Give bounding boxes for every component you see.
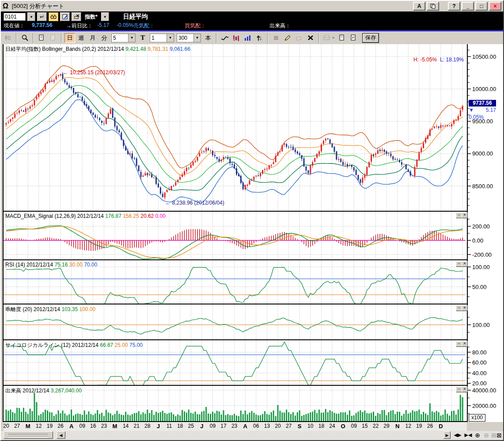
paste-page-button[interactable] [48, 33, 58, 43]
draw-tool-button[interactable] [282, 33, 293, 43]
x-axis-label: 27 [11, 423, 23, 429]
x-axis-label: N [392, 423, 403, 430]
panel-close-button[interactable]: × [462, 261, 468, 267]
period-minute-button[interactable]: 分 [99, 33, 110, 43]
copy-data-button[interactable]: P [348, 33, 359, 43]
zoom-in-button[interactable]: ⊕ [474, 431, 481, 439]
panel-minimize-button[interactable]: − [456, 213, 462, 218]
boxed-x-icon: ⊠ [496, 432, 502, 439]
erase-drawing-button[interactable] [294, 33, 304, 43]
zoom-out-button[interactable]: ⊖ [482, 431, 490, 439]
ask-label: 売気配： [133, 22, 155, 30]
axis-tick-label: 40.00 [472, 370, 487, 376]
axis-tick-label: 60.00 [472, 359, 487, 366]
window-copy-button[interactable] [427, 2, 439, 11]
x-axis-label: 23 [98, 423, 110, 429]
x-axis-label: 19 [44, 423, 55, 429]
candlestick-mode-button[interactable] [3, 33, 13, 43]
right-left-arrows-icon: ▶◀ [465, 432, 472, 438]
copy-image-button[interactable] [337, 33, 347, 43]
psych-panel-header: サイコロジカルライン (12) 2012/12/14 66.67 25.00 7… [5, 342, 143, 349]
x-axis-labels: 2027M121926A091623M142128J111825J091723A… [4, 422, 467, 431]
help-button[interactable]: ? [448, 2, 460, 11]
copy-page-button[interactable] [36, 33, 47, 43]
panel-minimize-button[interactable]: − [456, 305, 462, 311]
category-select-value[interactable]: 指数* [83, 13, 99, 21]
kairi-panel-header: 乖離度 (20) 2012/12/14 103.35 100.00 [5, 306, 95, 313]
period-week-button[interactable]: 週 [76, 33, 87, 43]
quote-bar: 0101 ▼ ↵ 指数* ▼ 日経平均 現在値： 9,737.56 →前日比： … [1, 11, 503, 31]
scroll-right-button[interactable]: ▶ [443, 431, 451, 439]
panel-minimize-button[interactable]: − [456, 341, 462, 347]
panel-close-button[interactable]: × [462, 213, 468, 218]
enter-button[interactable]: ↵ [37, 12, 47, 21]
eraser-icon [296, 35, 303, 41]
period-day-button[interactable]: 日 [64, 33, 75, 43]
close-panel-button[interactable]: ⊠ [496, 431, 503, 439]
header-segment: 75.16 [54, 262, 69, 268]
x-axis-label: 09 [76, 423, 88, 429]
page-icon-disabled [50, 34, 56, 41]
macd-panel-header: MACD_EMA_Signal (12,26,9) 2012/12/14 176… [5, 213, 166, 219]
x-axis-label: 28 [142, 423, 153, 429]
search-button[interactable] [49, 12, 58, 21]
scrollbar-thumb[interactable] [4, 431, 53, 439]
symbol-dropdown-button[interactable]: ▼ [27, 12, 35, 21]
horizontal-scrollbar[interactable]: ◀ ▶ ◀▶ ▶◀ ⊕ ⊖ ⊞ ⊠ [1, 431, 503, 440]
axis-tick-label: -200.00 [472, 251, 492, 258]
expand-horizontal-button[interactable]: ◀▶ [452, 431, 463, 439]
scroll-left-button[interactable]: ◀ [57, 431, 65, 439]
zoom-tool-button[interactable] [19, 33, 30, 43]
header-segment: 3,267,040.00 [51, 388, 82, 394]
main-price-chart[interactable]: ← 10,255.15 (2012/03/27)← 8,238.96 (2012… [4, 44, 467, 211]
candle-volume-button[interactable] [231, 33, 242, 43]
panel-close-button[interactable]: × [462, 387, 468, 392]
panel-close-button[interactable]: × [462, 341, 468, 347]
edit-button[interactable] [60, 12, 70, 21]
candlestick-icon [4, 34, 11, 42]
x-axis-label: 26 [424, 423, 436, 429]
maximize-button[interactable]: □ [475, 2, 488, 11]
x-axis-label: 29 [381, 423, 392, 429]
minute-interval-dropdown[interactable]: 5 ▼ [111, 34, 136, 42]
zoom-in-icon: ⊕ [475, 432, 480, 439]
save-button[interactable]: 保存 [362, 33, 379, 43]
scale-updown-button[interactable] [254, 33, 265, 43]
tick-interval-dropdown[interactable]: 1 ▼ [150, 34, 174, 42]
left-arrow-icon: ◀ [60, 433, 63, 437]
eraser-cross-icon [74, 14, 80, 19]
print-button[interactable]: ▼ [322, 33, 336, 43]
minimize-button[interactable]: _ [462, 2, 474, 11]
printer-icon [323, 35, 332, 41]
chevron-down-icon: ▼ [167, 34, 174, 42]
close-button[interactable]: × [489, 2, 501, 11]
axis-tick-label: 10500.00 [472, 53, 496, 60]
category-dropdown-button[interactable]: ▼ [101, 12, 109, 21]
delete-all-button[interactable] [305, 33, 316, 43]
panel-minimize-button[interactable]: − [456, 387, 462, 392]
axis-tick-label: 80.00 [472, 349, 487, 356]
prev-label: →前日比： [66, 22, 93, 30]
x-axis-label: 12 [33, 423, 45, 429]
bar-count-dropdown[interactable]: 300 ▼ [177, 34, 201, 42]
symbol-input[interactable]: 0101 [4, 13, 26, 21]
tick-mode-button[interactable]: T [137, 33, 148, 43]
line-chart-button[interactable] [220, 33, 230, 43]
left-right-arrows-icon: ◀▶ [454, 432, 462, 438]
x-axis-label: M [22, 423, 34, 430]
panel-close-button[interactable]: × [462, 305, 468, 311]
x-axis-label: O [337, 423, 349, 430]
x-axis-label: 20 [0, 423, 12, 429]
page-icon [339, 34, 345, 41]
down-arrow-icon: ▼ [469, 107, 474, 113]
font-button[interactable]: A [413, 2, 425, 11]
bar-chart-button[interactable] [243, 33, 253, 43]
panel-minimize-button[interactable]: − [456, 261, 462, 267]
grid-toggle-button[interactable]: ⊞ [271, 33, 281, 43]
x-axis-label: A [66, 423, 77, 430]
period-month-button[interactable]: 月 [87, 33, 98, 43]
compress-horizontal-button[interactable]: ▶◀ [464, 431, 473, 439]
x-axis-label: J [196, 423, 208, 430]
chart-toolbar: 日 週 月 分 5 ▼ T 1 ▼ 300 ▼ 本 ⊞ [1, 31, 503, 44]
clear-button[interactable] [72, 12, 81, 21]
